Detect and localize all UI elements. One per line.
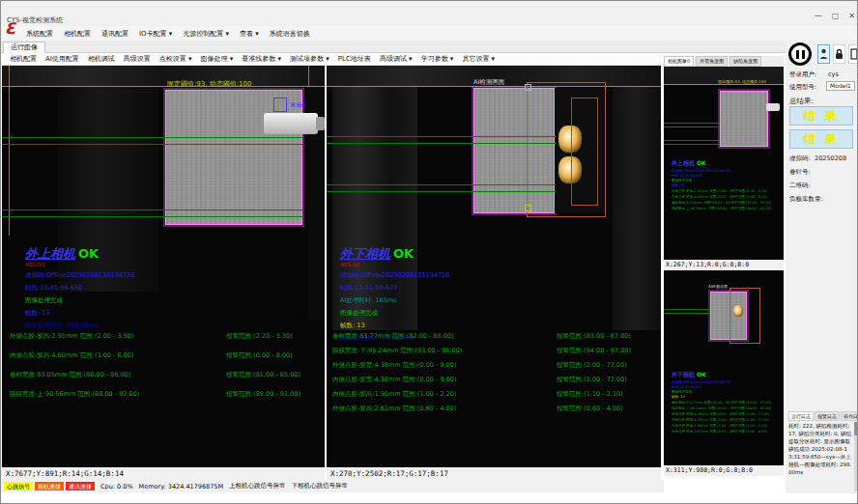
log-tab-1[interactable]: 运行日志 xyxy=(788,411,814,421)
measurement-value: 外侧点胶-胶高:2.61mm 范围:(0.60 - 4.00) xyxy=(332,405,557,413)
measure-green-line xyxy=(664,309,710,310)
measurement-value: 隔膜宽度-下:95.24mm 范围:(93.00 - 98.00) xyxy=(672,406,731,410)
window-controls: — ▢ ✕ xyxy=(815,12,855,20)
menu-item-2[interactable]: 相机配置 xyxy=(64,29,91,39)
pin-number-label: 卷针号: xyxy=(789,168,811,177)
maximize-icon[interactable]: ▢ xyxy=(832,12,840,20)
model-value[interactable]: Model1 xyxy=(826,81,855,91)
qr-code-label: 二维码: xyxy=(789,182,811,190)
measurement-alarm: 报警范围:(0.60 - 4.00) xyxy=(731,430,767,434)
left-camera-panel[interactable]: R:66 固定阈值:93, 动态阈值:100 外上相机 OK MES:0/1 虚… xyxy=(2,66,325,467)
toolbar-item-12[interactable]: 其它设置 ▾ xyxy=(462,54,495,65)
preview-tab-3[interactable]: 缺陷角度图 xyxy=(729,56,761,67)
measurement-alarm: 报警范围:(94.00 - 97.00) xyxy=(557,347,631,355)
measurement-value: 外侧点胶-胶宽:4.38mm 范围:(0.00 - 9.00) xyxy=(332,361,557,370)
scene-column xyxy=(613,87,661,330)
exit-button[interactable] xyxy=(848,44,858,64)
statusbar: 心跳信号相机连接通讯连接 Cpu: 0.0% Memory: 3424.4179… xyxy=(1,480,664,492)
measure-green-line xyxy=(664,140,720,141)
virtual-code-label: 虚拟码: xyxy=(789,154,811,163)
menu-items: 系统配置相机配置通讯配置IO卡配置 ▾光源控制配置 ▾查看 ▾系统语言切换 xyxy=(26,29,310,39)
measurement-row: 卷料宽度:83.05mm 范围:(80.00 - 86.00)报警范围:(81.… xyxy=(10,371,300,379)
titlebar: CYS-视觉检测系统 — ▢ ✕ xyxy=(1,1,858,26)
measurement-row: 隔膜宽度-上:90.56mm 范围:(88.00 - 92.00)报警范围:(8… xyxy=(10,390,300,399)
result-ok: OK xyxy=(697,371,706,378)
login-button[interactable] xyxy=(817,44,830,64)
measurement-alarm: 报警范围:(83.00 - 87.00) xyxy=(731,401,771,405)
app-window: CYS-视觉检测系统 — ▢ ✕ Ɛ 系统配置相机配置通讯配置IO卡配置 ▾光源… xyxy=(0,0,858,504)
left-result-text: 外上相机 OK MES:0/1 虚拟码:Offline2025020813313… xyxy=(25,245,134,330)
measurement-value: 内侧点胶-胶宽:4.38mm 范围:(0.00 - 9.00) xyxy=(332,376,557,384)
minimize-icon[interactable]: — xyxy=(815,12,822,20)
preview-tab-2[interactable]: 所有角度图 xyxy=(696,56,728,67)
measurement-value: 外侧点胶-胶高:2.91mm 范围:(2.00 - 3.50) xyxy=(10,332,226,341)
measurement-alarm: 报警范围:(89.00 - 91.00) xyxy=(226,390,300,399)
process-status: 图像处理完成 xyxy=(672,390,771,394)
measurement-row: 内侧点胶-胶宽:4.38mm 范围:(0.00 - 9.00)报警范围:(2.0… xyxy=(332,376,631,384)
tab-run-image[interactable]: 运行图像 xyxy=(3,42,45,53)
toolbar-item-7[interactable]: 基准线参数 ▾ xyxy=(242,54,281,65)
frame-count: 帧数: 13 xyxy=(25,309,134,318)
measure-green-line xyxy=(327,184,556,185)
mini-measurement-list: 外侧点胶-胶高:2.91mm 范围:(2.00 - 3.50)报警范围:(2.2… xyxy=(672,189,771,210)
toolbar-item-10[interactable]: 高级调试 ▾ xyxy=(380,54,413,65)
measure-green-line xyxy=(664,123,720,124)
pause-button[interactable] xyxy=(788,42,812,66)
measurement-row: 卷料宽度:83.05mm 范围:(80.00 - 86.00)报警范围:(81.… xyxy=(672,201,771,205)
toolbar-item-4[interactable]: 高级设置 xyxy=(124,54,151,65)
menu-item-6[interactable]: 查看 ▾ xyxy=(240,29,259,39)
preview-bottom-camera[interactable]: AI检测画面 外下相机 OK 虚拟码:Offline20250208133134… xyxy=(664,270,784,465)
log-scrollbar[interactable] xyxy=(854,422,857,491)
status-badge-2: 相机连接 xyxy=(35,482,64,490)
scrollbar-thumb[interactable] xyxy=(854,422,857,435)
sidebar: 登录用户: cys 使用型号: Model1 总结果: 结 果 结 果 虚拟码:… xyxy=(786,40,858,493)
measurement-alarm: 报警范围:(2.00 - 77.00) xyxy=(731,412,769,416)
measurement-value: 卷料宽度:83.05mm 范围:(80.00 - 86.00) xyxy=(672,201,731,205)
log-tab-2[interactable]: 报警日志 xyxy=(815,411,840,421)
close-icon[interactable]: ✕ xyxy=(848,12,855,20)
toolbar-items: 相机配置AI使用配置相机调试高级设置点检设置 ▾图像处理 ▾基准线参数 ▾测试项… xyxy=(10,54,495,65)
roi-rect xyxy=(273,98,287,112)
measurement-alarm: 报警范围:(0.00 - 8.00) xyxy=(731,195,767,199)
cpu-usage: Cpu: 0.0% xyxy=(100,483,133,490)
toolbar-item-3[interactable]: 相机调试 xyxy=(88,54,115,65)
status-badge-3: 通讯连接 xyxy=(66,482,95,490)
lock-button[interactable] xyxy=(833,44,845,64)
measurement-row: 外侧点胶-胶宽:4.38mm 范围:(0.00 - 9.00)报警范围:(2.0… xyxy=(332,361,631,370)
time-line: 时间:13-31-59-650 xyxy=(672,174,771,178)
result-ok: OK xyxy=(78,246,99,261)
tab-connector-tip xyxy=(316,117,325,130)
measurement-row: 隔膜宽度-下:95.24mm 范围:(93.00 - 98.00)报警范围:(9… xyxy=(672,406,771,410)
anode-count-label: 负极库数量: xyxy=(789,195,823,204)
menu-item-5[interactable]: 光源控制配置 ▾ xyxy=(183,29,229,39)
preview-top-camera[interactable]: 固定阈值:93, 动态阈值:100 外上相机 OK 虚拟码:Offline202… xyxy=(664,67,784,260)
toolbar-item-8[interactable]: 测试项参数 ▾ xyxy=(290,54,329,65)
measurement-value: 隔膜宽度-上:90.56mm 范围:(88.00 - 92.00) xyxy=(672,207,731,210)
menu-item-4[interactable]: IO卡配置 ▾ xyxy=(139,29,172,39)
measurement-value: 内侧点胶-胶高:1.90mm 范围:(1.00 - 2.20) xyxy=(672,424,731,428)
toolbar-item-9[interactable]: PLC地址表 xyxy=(338,54,371,65)
toolbar-item-6[interactable]: 图像处理 ▾ xyxy=(201,54,234,65)
toolbar-item-1[interactable]: 相机配置 xyxy=(10,54,37,65)
barcode-line: 虚拟码:Offline20250208133134728 xyxy=(340,271,449,280)
process-status: 图像处理完成 xyxy=(672,179,771,182)
measure-green-line xyxy=(2,144,302,145)
log-tab-3[interactable]: 操作日志 xyxy=(841,411,858,421)
menu-item-1[interactable]: 系统配置 xyxy=(26,29,53,39)
right-measurement-list: 卷料宽度:83.77mm 范围:(82.00 - 88.00)报警范围:(83.… xyxy=(332,332,631,413)
measurement-alarm: 报警范围:(81.00 - 85.00) xyxy=(226,371,300,379)
toolbar-item-2[interactable]: AI使用配置 xyxy=(45,54,79,65)
barcode-line: 虚拟码:Offline20250208133134728 xyxy=(25,271,134,280)
measurement-row: 卷料宽度:83.77mm 范围:(82.00 - 88.00)报警范围:(83.… xyxy=(332,332,631,341)
menu-item-3[interactable]: 通讯配置 xyxy=(101,29,129,39)
barcode-line: 虚拟码:Offline20250208133134728 xyxy=(672,169,771,173)
right-camera-panel[interactable]: AI检测画面 外下相机 OK MES:0/0 虚拟码:Offline202502… xyxy=(327,66,661,467)
inspected-cell-region xyxy=(720,91,768,147)
toolbar-item-11[interactable]: 学习参数 ▾ xyxy=(421,54,454,65)
preview-tab-1[interactable]: 相机图像0 xyxy=(664,56,694,67)
measurement-row: 外侧点胶-胶高:2.61mm 范围:(0.60 - 4.00)报警范围:(0.6… xyxy=(672,430,771,434)
menu-item-7[interactable]: 系统语言切换 xyxy=(270,29,310,39)
yellow-marker xyxy=(525,84,531,91)
toolbar-item-5[interactable]: 点检设置 ▾ xyxy=(159,54,192,65)
log-tabs: 运行日志报警日志操作日志 xyxy=(788,411,858,421)
